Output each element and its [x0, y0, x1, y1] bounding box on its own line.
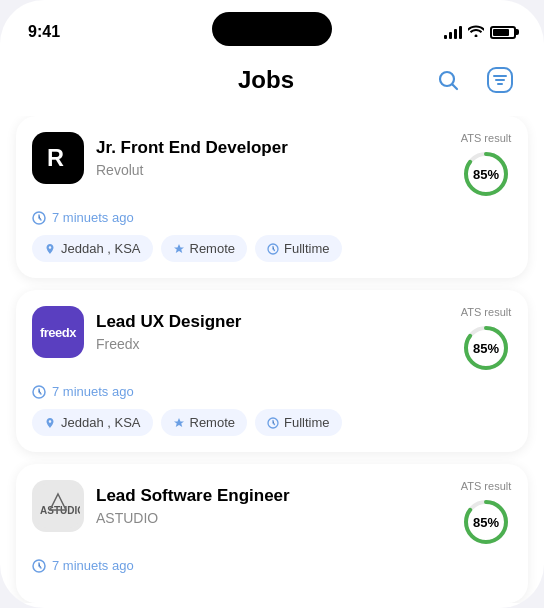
tag-location-2: Jeddah , KSA: [32, 409, 153, 436]
search-icon: [436, 68, 460, 92]
tag-location-text-1: Jeddah , KSA: [61, 241, 141, 256]
tag-fulltime-1: Fulltime: [255, 235, 342, 262]
time-text-1: 7 minuets ago: [52, 210, 134, 225]
filter-icon: [486, 66, 514, 94]
tag-location-text-2: Jeddah , KSA: [61, 415, 141, 430]
post-time-3: 7 minuets ago: [32, 558, 512, 573]
location-icon-2: [44, 417, 56, 429]
tag-remote-text-2: Remote: [190, 415, 236, 430]
page-title: Jobs: [104, 66, 428, 94]
job-info-2: Lead UX Designer Freedx: [96, 312, 242, 351]
post-time-1: 7 minuets ago: [32, 210, 512, 225]
tag-remote-2: Remote: [161, 409, 248, 436]
ats-label-1: ATS result: [461, 132, 512, 144]
wifi-icon: [468, 24, 484, 40]
company-logo-freedx: freedx: [32, 306, 84, 358]
tag-location-1: Jeddah , KSA: [32, 235, 153, 262]
time-icon-1: [267, 243, 279, 255]
clock-icon-3: [32, 559, 46, 573]
job-info-1: Jr. Front End Developer Revolut: [96, 138, 288, 177]
ats-percent-3: 85%: [473, 515, 499, 530]
job-title-1: Jr. Front End Developer: [96, 138, 288, 158]
ats-result-2: ATS result 85%: [460, 306, 512, 374]
tag-remote-text-1: Remote: [190, 241, 236, 256]
tags-2: Jeddah , KSA Remote Fulltime: [32, 409, 512, 436]
tags-1: Jeddah , KSA Remote Fulltime: [32, 235, 512, 262]
status-time: 9:41: [28, 23, 60, 41]
remote-icon-1: [173, 243, 185, 255]
company-name-2: Freedx: [96, 336, 242, 352]
ats-circle-3: 85%: [460, 496, 512, 548]
tag-remote-1: Remote: [161, 235, 248, 262]
job-card-1[interactable]: R Jr. Front End Developer Revolut ATS re…: [16, 116, 528, 278]
status-icons: [444, 24, 516, 40]
tag-fulltime-text-1: Fulltime: [284, 241, 330, 256]
ats-result-1: ATS result 85%: [460, 132, 512, 200]
time-icon-2: [267, 417, 279, 429]
job-title-3: Lead Software Engineer: [96, 486, 290, 506]
job-card-3[interactable]: ASTUDIO Lead Software Engineer ASTUDIO A…: [16, 464, 528, 603]
freedx-logo-text: freedx: [40, 325, 76, 340]
ats-circle-2: 85%: [460, 322, 512, 374]
ats-label-3: ATS result: [461, 480, 512, 492]
ats-circle-1: 85%: [460, 148, 512, 200]
header-actions: [428, 60, 520, 100]
clock-icon-1: [32, 211, 46, 225]
company-name-1: Revolut: [96, 162, 288, 178]
filter-button[interactable]: [480, 60, 520, 100]
signal-icon: [444, 25, 462, 39]
ats-percent-1: 85%: [473, 167, 499, 182]
job-title-2: Lead UX Designer: [96, 312, 242, 332]
company-logo-revolut: R: [32, 132, 84, 184]
time-text-2: 7 minuets ago: [52, 384, 134, 399]
ats-percent-2: 85%: [473, 341, 499, 356]
dynamic-island: [212, 12, 332, 46]
revolut-r-icon: R: [40, 140, 76, 176]
svg-text:R: R: [47, 145, 64, 171]
job-card-2[interactable]: freedx Lead UX Designer Freedx ATS resul…: [16, 290, 528, 452]
battery-icon: [490, 26, 516, 39]
company-name-3: ASTUDIO: [96, 510, 290, 526]
company-logo-astudio: ASTUDIO: [32, 480, 84, 532]
job-info-3: Lead Software Engineer ASTUDIO: [96, 486, 290, 525]
tag-fulltime-2: Fulltime: [255, 409, 342, 436]
ats-result-3: ATS result 85%: [460, 480, 512, 548]
phone-frame: 9:41 Jobs: [0, 0, 544, 608]
tag-fulltime-text-2: Fulltime: [284, 415, 330, 430]
time-text-3: 7 minuets ago: [52, 558, 134, 573]
astudio-logo-icon: ASTUDIO: [36, 484, 80, 528]
post-time-2: 7 minuets ago: [32, 384, 512, 399]
ats-label-2: ATS result: [461, 306, 512, 318]
location-icon-1: [44, 243, 56, 255]
clock-icon-2: [32, 385, 46, 399]
remote-icon-2: [173, 417, 185, 429]
search-button[interactable]: [428, 60, 468, 100]
job-cards-container: R Jr. Front End Developer Revolut ATS re…: [0, 116, 544, 603]
header: Jobs: [0, 50, 544, 116]
